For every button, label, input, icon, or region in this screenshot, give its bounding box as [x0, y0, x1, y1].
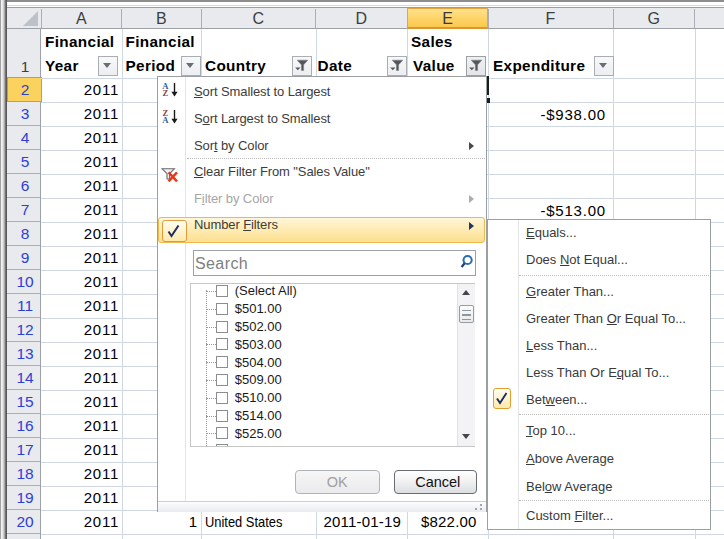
svg-text:A: A — [162, 114, 169, 124]
svg-text:Z: Z — [162, 87, 168, 97]
